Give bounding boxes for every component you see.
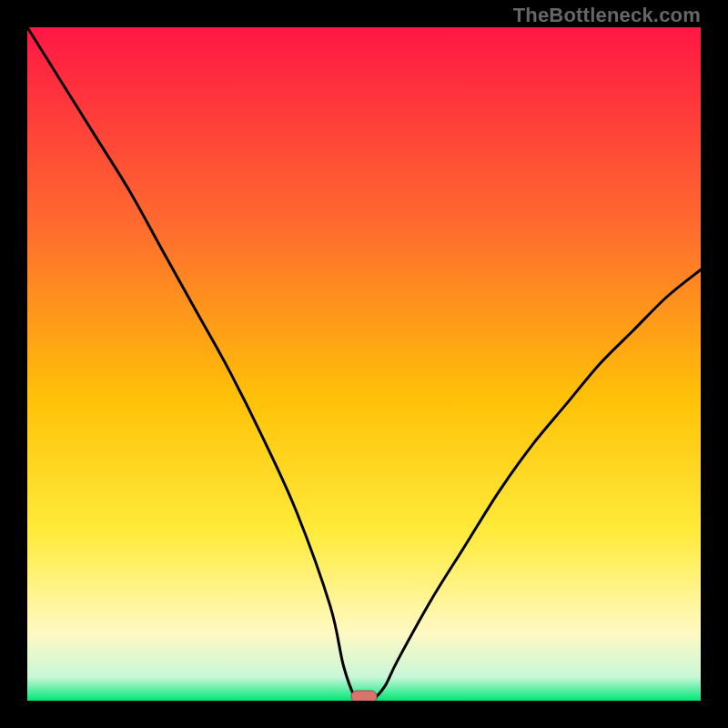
chart-frame: TheBottleneck.com bbox=[0, 0, 728, 728]
attribution-text: TheBottleneck.com bbox=[513, 4, 701, 27]
bottleneck-chart bbox=[27, 27, 701, 701]
optimal-marker bbox=[351, 691, 377, 701]
plot-area bbox=[27, 27, 701, 701]
